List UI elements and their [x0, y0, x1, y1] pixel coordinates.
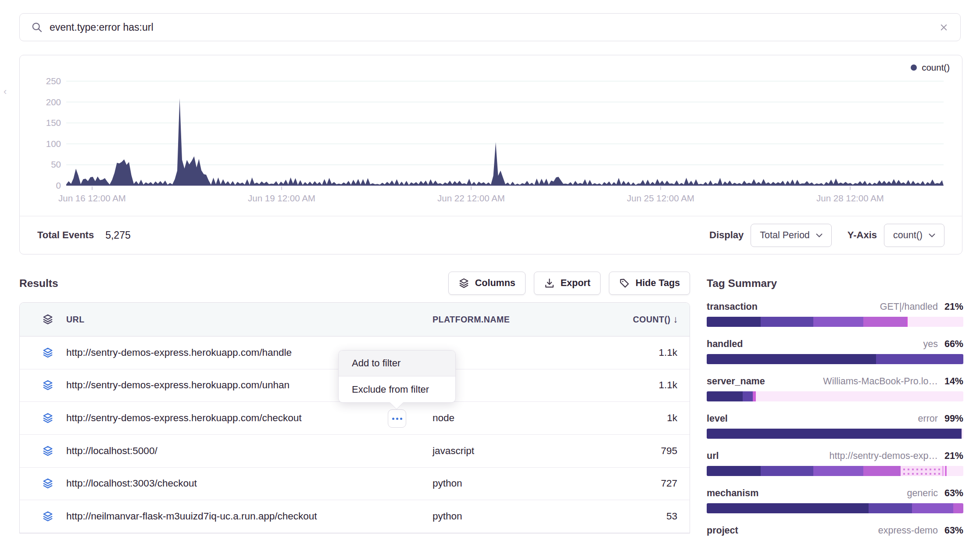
count-cell[interactable]: 1.1k — [658, 347, 677, 358]
tag-top-value: error 99% — [918, 413, 963, 424]
tag-entry-transaction: transactionGET|/handled 21% — [707, 300, 963, 327]
tag-bar-segment[interactable] — [869, 503, 912, 513]
tag-bar-segment[interactable] — [962, 429, 963, 439]
columns-stack-icon — [42, 478, 54, 489]
tag-bar-segment[interactable] — [753, 391, 756, 401]
chart-canvas[interactable] — [20, 55, 963, 216]
tag-distribution-bar[interactable] — [707, 466, 963, 476]
url-cell[interactable]: http://sentry-demos-express.herokuapp.co… — [66, 379, 290, 391]
tag-bar-segment[interactable] — [743, 391, 753, 401]
tag-bar-segment[interactable] — [908, 317, 963, 327]
tag-bar-segment[interactable] — [707, 317, 761, 327]
tag-name: mechanism — [707, 488, 758, 499]
table-row[interactable]: http://neilmanvar-flask-m3uuizd7iq-uc.a.… — [20, 500, 690, 533]
yaxis-dropdown[interactable]: count() — [884, 224, 944, 247]
total-events-label: Total Events — [37, 229, 94, 241]
columns-stack-icon — [42, 445, 54, 457]
count-cell[interactable]: 1.1k — [658, 379, 677, 391]
cell-actions-ellipsis-button[interactable] — [388, 409, 406, 428]
url-cell[interactable]: http://localhost:3003/checkout — [66, 478, 197, 489]
tag-bar-segment[interactable] — [761, 317, 813, 327]
column-header-url[interactable]: URL — [66, 315, 85, 325]
tag-name: level — [707, 413, 728, 424]
column-header-count[interactable]: COUNT() ↓ — [633, 314, 678, 325]
tag-top-value: Williams-MacBook-Pro.lo… 14% — [823, 376, 963, 387]
platform-cell[interactable]: python — [433, 511, 462, 522]
results-table: URL PLATFORM.NAME COUNT() ↓ http://sentr… — [19, 302, 690, 533]
columns-stack-icon[interactable] — [42, 314, 54, 325]
search-input[interactable] — [50, 21, 939, 33]
tag-distribution-bar[interactable] — [707, 354, 963, 364]
tag-bar-segment[interactable] — [901, 466, 942, 476]
tag-distribution-bar[interactable] — [707, 429, 963, 439]
tag-top-value: express-demo 63% — [878, 525, 963, 536]
tag-bar-segment[interactable] — [761, 466, 813, 476]
tag-bar-segment[interactable] — [876, 354, 963, 364]
sidebar-collapse-handle[interactable]: ‹ — [4, 87, 10, 97]
sort-desc-icon: ↓ — [673, 314, 679, 325]
url-cell[interactable]: http://sentry-demos-express.herokuapp.co… — [66, 347, 292, 358]
search-bar[interactable] — [19, 13, 961, 41]
tag-entry-mechanism: mechanismgeneric 63% — [707, 487, 963, 513]
tag-bar-segment[interactable] — [756, 391, 963, 401]
tag-bar-segment[interactable] — [707, 354, 876, 364]
tag-bar-segment[interactable] — [707, 466, 761, 476]
tag-bar-segment[interactable] — [912, 503, 953, 513]
columns-button[interactable]: Columns — [448, 272, 526, 295]
display-dropdown[interactable]: Total Period — [751, 224, 832, 247]
yaxis-label: Y-Axis — [848, 229, 877, 241]
count-cell[interactable]: 53 — [666, 511, 677, 522]
chevron-down-icon — [816, 233, 823, 237]
x-axis-tick: Jun 28 12:00 AM — [789, 193, 912, 204]
x-axis-tick: Jun 19 12:00 AM — [220, 193, 343, 204]
tag-bar-segment[interactable] — [813, 466, 863, 476]
y-axis-tick: 200 — [30, 97, 61, 108]
url-cell[interactable]: http://neilmanvar-flask-m3uuizd7iq-uc.a.… — [66, 511, 317, 522]
columns-stack-icon — [42, 412, 54, 424]
tag-bar-segment[interactable] — [947, 466, 963, 476]
tag-bar-segment[interactable] — [707, 429, 962, 439]
table-row[interactable]: http://localhost:3003/checkoutpython727 — [20, 468, 690, 501]
url-cell[interactable]: http://localhost:5000/ — [66, 445, 157, 457]
event-count-chart[interactable] — [20, 55, 963, 216]
table-header-row: URL PLATFORM.NAME COUNT() ↓ — [20, 303, 690, 337]
platform-cell[interactable]: node — [433, 412, 454, 424]
tag-bar-segment[interactable] — [813, 317, 863, 327]
x-axis-tick: Jun 25 12:00 AM — [599, 193, 722, 204]
tag-distribution-bar[interactable] — [707, 503, 963, 513]
cell-actions-menu: Add to filter Exclude from filter — [338, 350, 456, 403]
tag-name: url — [707, 451, 719, 462]
chevron-down-icon — [929, 233, 935, 237]
count-cell[interactable]: 795 — [661, 445, 677, 457]
column-header-platform[interactable]: PLATFORM.NAME — [433, 315, 510, 325]
table-row[interactable]: http://sentry-demos-express.herokuapp.co… — [20, 402, 690, 435]
chart-footer: Total Events 5,275 Display Total Period … — [20, 216, 962, 254]
export-button[interactable]: Export — [534, 272, 601, 295]
tag-distribution-bar[interactable] — [707, 317, 963, 327]
tag-summary-panel: Tag Summary transactionGET|/handled 21%h… — [707, 277, 963, 537]
tag-bar-segment[interactable] — [863, 317, 906, 327]
tag-bar-segment[interactable] — [953, 503, 963, 513]
platform-cell[interactable]: python — [433, 478, 462, 489]
tag-entry-level: levelerror 99% — [707, 412, 963, 439]
tag-bar-segment[interactable] — [863, 466, 901, 476]
tag-name: handled — [707, 339, 743, 350]
count-cell[interactable]: 727 — [661, 478, 677, 489]
search-icon — [31, 21, 43, 33]
hide-tags-button[interactable]: Hide Tags — [609, 272, 690, 295]
columns-stack-icon — [42, 347, 54, 358]
table-row[interactable]: http://localhost:5000/javascript795 — [20, 435, 690, 468]
x-axis-tick: Jun 22 12:00 AM — [410, 193, 533, 204]
y-axis-tick: 150 — [30, 117, 61, 129]
platform-cell[interactable]: javascript — [433, 445, 474, 457]
tag-summary-heading: Tag Summary — [707, 277, 963, 290]
tag-bar-segment[interactable] — [707, 503, 869, 513]
tag-distribution-bar[interactable] — [707, 391, 963, 401]
tag-icon — [619, 278, 630, 289]
tag-bar-segment[interactable] — [707, 391, 743, 401]
count-cell[interactable]: 1k — [667, 412, 677, 424]
results-heading: Results — [19, 277, 58, 290]
url-cell[interactable]: http://sentry-demos-express.herokuapp.co… — [66, 412, 302, 424]
close-icon[interactable] — [939, 22, 949, 32]
menu-item-add-to-filter[interactable]: Add to filter — [339, 351, 455, 376]
